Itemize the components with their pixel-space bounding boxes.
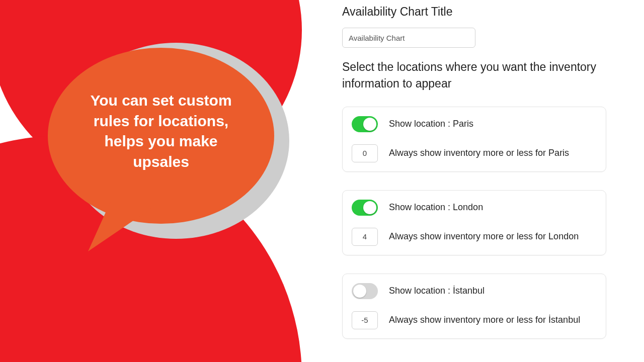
chart-title-label: Availability Chart Title <box>342 5 606 19</box>
location-toggle[interactable] <box>352 283 378 299</box>
chart-title-input[interactable] <box>342 28 475 48</box>
location-show-label: Show location : London <box>389 202 483 213</box>
location-offset-input[interactable] <box>352 144 378 162</box>
location-show-label: Show location : Paris <box>389 119 473 129</box>
location-card: Show location : Paris Always show invent… <box>342 107 606 172</box>
locations-subheading: Select the locations where you want the … <box>342 59 606 93</box>
promo-bubble-text: You can set custom rules for locations, … <box>80 90 242 172</box>
location-offset-label: Always show inventory more or less for P… <box>389 148 569 158</box>
location-toggle[interactable] <box>352 116 378 132</box>
location-offset-label: Always show inventory more or less for L… <box>389 231 579 242</box>
promo-graphic <box>0 0 332 362</box>
location-card: Show location : London Always show inven… <box>342 190 606 255</box>
settings-panel: Availability Chart Title Select the loca… <box>342 5 616 357</box>
location-offset-input[interactable] <box>352 228 378 246</box>
location-offset-label: Always show inventory more or less for İ… <box>389 315 580 325</box>
location-toggle[interactable] <box>352 200 378 216</box>
location-card: Show location : İstanbul Always show inv… <box>342 274 606 339</box>
location-offset-input[interactable] <box>352 311 378 329</box>
location-show-label: Show location : İstanbul <box>389 286 485 296</box>
